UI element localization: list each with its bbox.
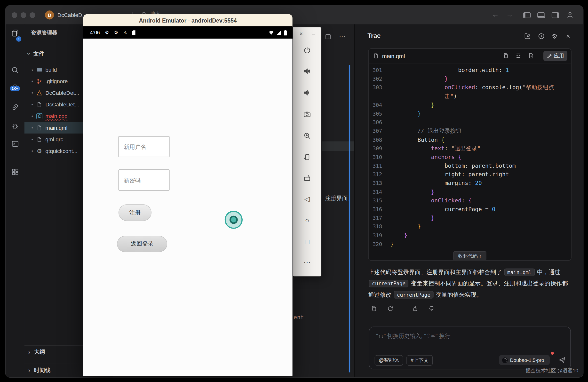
chat-input[interactable] (376, 327, 557, 344)
code-line: 319 } (369, 231, 571, 240)
apply-pen-icon (547, 53, 552, 59)
nav-back-button[interactable]: ← (491, 6, 500, 24)
context-chip[interactable]: #上下文 (406, 355, 433, 365)
ai-badge: 1K+ (10, 86, 20, 91)
zoom-in-icon (303, 132, 311, 140)
signal-status-icon (276, 30, 281, 35)
link-icon (11, 103, 19, 111)
explorer-badge: 1 (16, 36, 21, 42)
modified-dot-icon: • (29, 125, 36, 130)
modified-dot-icon: • (29, 113, 36, 119)
toggle-left-panel-icon[interactable] (523, 12, 530, 18)
home-button[interactable]: ○ (293, 216, 321, 225)
code-line: 320} (369, 240, 571, 249)
debug-activity-button[interactable] (6, 122, 24, 130)
search-icon (11, 66, 19, 74)
inline-code-chip: main.qml (504, 269, 535, 276)
rotate-right-button[interactable] (293, 174, 321, 183)
overview-button[interactable]: □ (293, 238, 321, 246)
collapse-code-button[interactable]: 收起代码 ↑ (453, 251, 486, 261)
zoom-button[interactable] (293, 132, 321, 140)
volume-down-button[interactable] (293, 88, 321, 97)
file-label: DcCableDet... (45, 102, 79, 108)
more-options-button[interactable]: ⋯ (293, 258, 321, 267)
new-chat-button[interactable] (523, 33, 532, 40)
code-line: 击") (369, 92, 571, 101)
explanation-text: 变量的值来实现。 (434, 291, 482, 298)
apps-grid-icon (11, 168, 19, 176)
copy-code-icon[interactable] (503, 53, 509, 59)
code-block-header: main.qml 应用 (369, 49, 571, 63)
nav-forward-button[interactable]: → (505, 6, 515, 24)
window-zoom-button[interactable] (30, 12, 35, 18)
back-button[interactable]: ◁ (293, 195, 321, 203)
rotate-landscape-icon (303, 174, 311, 183)
cmake-file-icon (36, 89, 43, 96)
extensions-activity-button[interactable] (6, 168, 24, 176)
new-chat-icon (524, 33, 531, 40)
toggle-right-panel-icon[interactable] (552, 12, 559, 18)
search-activity-button[interactable] (6, 66, 24, 74)
editor-scrollbar[interactable] (349, 65, 350, 373)
editor-more-icon[interactable]: ⋯ (339, 33, 345, 40)
chevron-down-icon: › (24, 50, 33, 57)
close-panel-button[interactable]: × (564, 33, 572, 41)
modified-dot-icon: • (29, 102, 36, 107)
apply-code-button[interactable]: 应用 (543, 51, 567, 61)
modified-dot-icon: • (29, 90, 36, 95)
chat-composer[interactable]: @智能体 #上下文 Doubao-1.5-pro (369, 327, 570, 369)
explorer-activity-button[interactable]: 1 (6, 29, 24, 37)
code-block-card: main.qml 应用 301 border.width: 1302 }303 … (368, 48, 571, 261)
emulator-close-button[interactable]: × (297, 30, 306, 37)
emulator-statusbar: 4:06 ⚙ ⚙ ⚠ (83, 26, 292, 39)
back-to-login-button[interactable]: 返回登录 (117, 236, 167, 252)
register-button[interactable]: 注册 (119, 204, 151, 221)
settings-button[interactable]: ⚙ (550, 33, 559, 41)
copy-message-icon[interactable] (371, 305, 377, 312)
editor-code-fragment: ent (294, 314, 304, 321)
app-logo: D (45, 10, 54, 19)
editor-code-fragment: 注册界面, (325, 195, 351, 202)
thumbs-up-icon[interactable] (412, 305, 419, 312)
screenshot-button[interactable] (293, 110, 321, 119)
android-emulator-window: Android Emulator - androidDev:5554 4:06 … (83, 14, 292, 376)
rotate-left-button[interactable] (293, 153, 321, 161)
agent-chip[interactable]: @智能体 (375, 355, 403, 365)
file-label: main.qml (45, 125, 67, 131)
code-line: 302 } (369, 75, 571, 83)
gear-status-icon: ⚙ (114, 30, 118, 35)
code-line: 310 anchors { (369, 153, 571, 162)
app-logo-letter: D (48, 12, 51, 18)
window-close-button[interactable] (12, 12, 17, 18)
new-username-input[interactable] (119, 136, 169, 157)
inline-code-chip: currentPage (369, 280, 408, 287)
send-icon[interactable] (558, 356, 566, 364)
thumbs-down-icon[interactable] (428, 305, 435, 312)
terminal-activity-button[interactable] (6, 140, 24, 148)
volume-up-button[interactable] (293, 67, 321, 75)
regenerate-icon[interactable] (387, 305, 394, 312)
phone-screen: 注册 返回登录 (83, 39, 292, 376)
code-line: 318 } (369, 223, 571, 231)
model-selector[interactable]: Doubao-1.5-pro (499, 355, 550, 365)
warning-status-icon: ⚠ (123, 30, 127, 35)
history-button[interactable] (537, 33, 546, 40)
account-icon[interactable] (566, 11, 574, 19)
new-file-icon[interactable] (528, 53, 534, 59)
code-line: 308 Button { (369, 135, 571, 144)
power-button[interactable] (293, 46, 321, 54)
window-minimize-button[interactable] (21, 12, 26, 18)
toggle-bottom-panel-icon[interactable] (537, 12, 545, 18)
insert-code-icon[interactable] (515, 53, 522, 59)
new-password-input[interactable] (119, 170, 169, 191)
code-line: 305 } (369, 109, 571, 118)
split-editor-icon[interactable] (325, 33, 332, 40)
editor-actions: ⋯ (325, 33, 345, 40)
chevron-right-icon: › (29, 67, 36, 73)
ai-activity-button[interactable]: 1K+ (6, 84, 24, 91)
storage-status-icon (132, 30, 135, 35)
emulator-titlebar[interactable]: Android Emulator - androidDev:5554 (83, 14, 292, 27)
emulator-minimize-button[interactable]: – (309, 30, 318, 37)
references-activity-button[interactable] (6, 103, 24, 111)
cpp-file-icon: C (36, 113, 43, 120)
